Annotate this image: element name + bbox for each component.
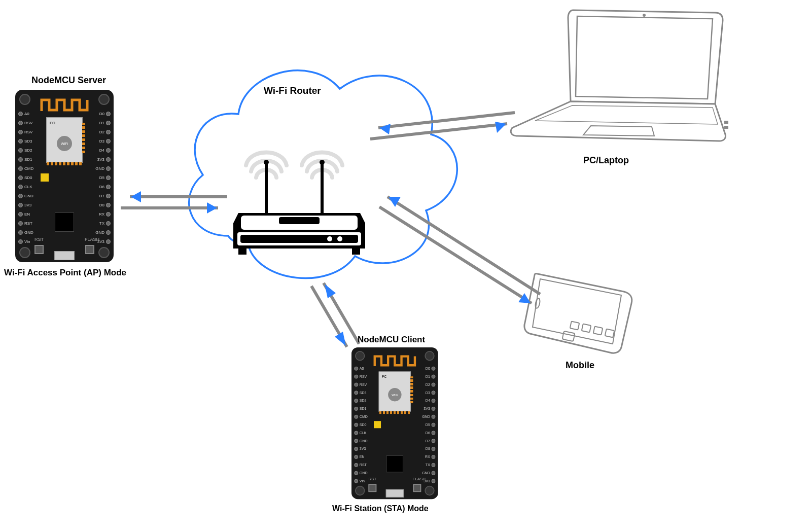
usb-port-icon: [386, 489, 404, 498]
pin-rsv: RSV: [354, 373, 367, 380]
mobile-label: Mobile: [566, 360, 594, 371]
pin-vin: Vin: [18, 238, 30, 245]
pin-sd2: SD2: [18, 147, 32, 154]
pin-d0: D0: [99, 110, 111, 118]
pin-d3: D3: [426, 389, 436, 396]
pin-a0: A0: [354, 365, 364, 372]
pin-rst: RST: [354, 462, 367, 468]
svg-marker-34: [325, 284, 336, 298]
pin-d6: D6: [426, 430, 436, 436]
pin-sd3: SD3: [18, 137, 32, 145]
component-icon: [374, 421, 381, 428]
pin-3v3: 3V3: [97, 156, 111, 163]
flash-button-label: FLASH: [85, 237, 99, 242]
component-icon: [41, 173, 49, 182]
pin-rsv: RSV: [354, 381, 367, 388]
pin-en: EN: [18, 210, 30, 218]
pin-gnd: GND: [18, 192, 33, 200]
wifi-logo-icon: WiFi: [57, 136, 72, 151]
client-mode-label: Wi-Fi Station (STA) Mode: [332, 504, 429, 513]
rst-button[interactable]: [34, 245, 44, 254]
pin-d1: D1: [426, 373, 436, 380]
pin-vin: Vin: [354, 478, 365, 484]
pin-d5: D5: [99, 174, 111, 182]
pin-gnd: GND: [95, 229, 111, 236]
svg-rect-0: [265, 162, 268, 213]
svg-marker-26: [379, 124, 391, 134]
router-icon: [228, 147, 370, 259]
laptop-icon: [507, 5, 730, 152]
svg-point-12: [643, 14, 646, 17]
pin-clk: CLK: [354, 430, 366, 436]
nodemcu-server-board: FC WiFi A0RSVRSVSD3SD2SD1CMDSD0CLKGND3V3…: [15, 90, 114, 262]
server-title: NodeMCU Server: [31, 75, 106, 86]
pin-gnd: GND: [422, 470, 435, 476]
pin-gnd: GND: [354, 438, 367, 444]
flash-button[interactable]: [85, 245, 94, 254]
pin-sd2: SD2: [354, 398, 366, 404]
nodemcu-client-board: FC WiFi A0RSVRSVSD3SD2SD1CMDSD0CLKGND3V3…: [351, 347, 438, 499]
pin-d1: D1: [99, 119, 111, 127]
pin-rx: RX: [99, 210, 111, 218]
pin-d6: D6: [99, 183, 111, 191]
pin-rsv: RSV: [18, 119, 32, 127]
pin-rx: RX: [425, 453, 435, 460]
pins-right: D0D1D2D3D43V3GNDD5D6D7D8RXTXGND3V3: [95, 110, 111, 245]
pin-sd1: SD1: [354, 405, 366, 412]
fc-logo: FC: [50, 121, 55, 125]
svg-rect-14: [724, 126, 728, 129]
svg-marker-22: [131, 191, 141, 202]
pin-sd0: SD0: [354, 421, 366, 428]
esp8266-chip-icon: FC WiFi: [379, 372, 411, 412]
arrow-router-laptop: [365, 107, 522, 147]
svg-line-31: [379, 207, 532, 303]
laptop-label: PC/Laptop: [583, 155, 629, 166]
pin-3v3: 3V3: [18, 201, 31, 209]
client-title: NodeMCU Client: [358, 335, 425, 345]
pin-gnd: GND: [18, 229, 33, 236]
usb-chip-icon: [55, 212, 74, 232]
pin-d0: D0: [426, 365, 436, 372]
svg-rect-2: [321, 162, 324, 213]
esp8266-chip-icon: FC WiFi: [46, 117, 83, 163]
svg-point-9: [337, 236, 342, 241]
arrow-router-mobile: [375, 188, 548, 304]
pin-en: EN: [354, 453, 364, 460]
pin-a0: A0: [18, 110, 29, 118]
pin-sd0: SD0: [18, 174, 32, 182]
pin-tx: TX: [99, 220, 111, 227]
pin-d7: D7: [426, 438, 436, 444]
svg-line-29: [387, 197, 540, 294]
rst-button[interactable]: [368, 484, 376, 492]
router-label: Wi-Fi Router: [264, 85, 321, 96]
svg-rect-10: [238, 249, 246, 255]
pin-d8: D8: [99, 201, 111, 209]
flash-button[interactable]: [413, 484, 421, 492]
antenna-trace-icon: [39, 96, 90, 114]
usb-port-icon: [54, 251, 75, 260]
rst-button-label: RST: [368, 477, 376, 481]
pin-sd3: SD3: [354, 389, 366, 396]
pin-rst: RST: [18, 220, 32, 227]
pin-d2: D2: [99, 128, 111, 136]
pin-d7: D7: [99, 192, 111, 200]
pins-left: A0RSVRSVSD3SD2SD1CMDSD0CLKGND3V3ENRSTGND…: [354, 365, 368, 484]
pin-rsv: RSV: [18, 128, 32, 136]
pin-d3: D3: [99, 137, 111, 145]
fc-logo: FC: [382, 375, 386, 379]
pins-right: D0D1D2D3D43V3GNDD5D6D7D8RXTXGND3V3: [422, 365, 435, 484]
svg-rect-5: [279, 217, 320, 224]
pin-gnd: GND: [422, 413, 435, 420]
server-mode-label: Wi-Fi Access Point (AP) Mode: [4, 268, 126, 278]
svg-rect-13: [724, 121, 728, 124]
svg-point-8: [327, 236, 332, 241]
wifi-logo-icon: WiFi: [388, 388, 401, 401]
rst-button-label: RST: [34, 237, 44, 242]
pin-cmd: CMD: [18, 165, 33, 172]
svg-point-3: [320, 160, 325, 165]
svg-marker-36: [335, 332, 346, 346]
pin-clk: CLK: [18, 183, 32, 191]
svg-rect-11: [352, 249, 360, 255]
pin-d4: D4: [426, 398, 436, 404]
antenna-trace-icon: [372, 353, 417, 369]
